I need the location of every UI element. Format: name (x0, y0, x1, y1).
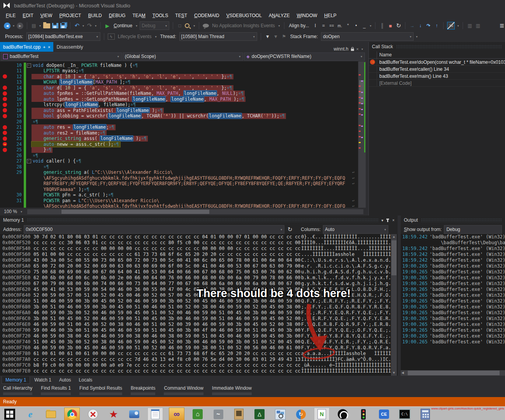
output-title-bar[interactable]: Output (401, 215, 505, 225)
breakpoints-window-icon[interactable]: ▥ (466, 22, 473, 29)
taskbar-icon-obs-studio[interactable] (335, 408, 350, 420)
breakpoint-gutter[interactable]: → (0, 142, 10, 147)
undo-caret-icon[interactable]: ▾ (82, 24, 84, 28)
menu-item-debug[interactable]: DEBUG (105, 12, 129, 19)
taskbar-icon-red-star[interactable]: ★ (106, 408, 121, 420)
memory-hex-bytes[interactable]: 67 00 79 00 68 00 6b 00 74 00 66 00 73 0… (33, 281, 301, 287)
breakpoint-icon[interactable] (3, 108, 7, 112)
code-text[interactable]: auto res = longFileName;¤¶ (32, 124, 116, 130)
memory-hex-bytes[interactable]: 59 00 46 00 3b 00 51 00 45 00 46 00 59 0… (33, 327, 301, 333)
editor-horizontal-scrollbar[interactable] (27, 209, 363, 214)
find-caret-icon[interactable]: ▾ (193, 24, 195, 28)
pin-icon[interactable]: + (43, 45, 46, 49)
code-text[interactable]: \AFSgcyuhihgdASdfghucvbbkmlk.fdvfhkjyxfg… (32, 203, 346, 208)
memory-hex-bytes[interactable]: 61 00 61 00 61 00 61 00 00 00 cc cc cc c… (33, 351, 301, 357)
code-text[interactable]: ¤¶ (32, 119, 39, 125)
code-text[interactable]: lstrcpy(longFileName, fileName);¤¶ (32, 102, 137, 108)
nav-back-caret-icon[interactable]: ▾ (12, 24, 15, 28)
memory-hex-bytes[interactable]: 05 01 00 00 cc cc cc cc cc cc cc cc 61 7… (33, 252, 301, 257)
flag-icon[interactable]: ⚑ (281, 33, 287, 40)
attach-window-icon[interactable]: □ (177, 22, 183, 29)
code-text[interactable]: char d[ 10 ] = { 'a', 's', 's', 'h', 'o'… (32, 85, 233, 91)
memory-title-bar[interactable]: Memory 1 ▾ × (0, 215, 398, 225)
find-tool-icon[interactable] (185, 23, 191, 28)
memory-hex-bytes[interactable]: 3b 00 51 00 45 00 52 00 46 00 59 00 51 0… (33, 316, 301, 322)
lifecycle-caret-icon[interactable]: ▾ (154, 35, 157, 38)
stack-frame-combo[interactable]: doOpen▾ (321, 32, 414, 41)
code-text[interactable]: generic_string asss( longFileName );¤¶ (32, 136, 148, 142)
call-stack-row[interactable]: [External Code] (369, 80, 505, 87)
fold-marker-icon[interactable]: − (26, 158, 32, 164)
redo-icon[interactable]: ↷ (86, 22, 93, 29)
panel-tab-autos[interactable]: Autos (56, 376, 75, 383)
breakpoint-icon[interactable] (3, 91, 7, 96)
align-caret-icon[interactable]: ▾ (369, 24, 372, 28)
memory-hex-bytes[interactable]: 3b 00 51 00 46 00 59 00 3b 00 45 00 51 0… (33, 304, 301, 310)
menu-item-build[interactable]: BUILD (84, 12, 105, 19)
menu-item-help[interactable]: HELP (321, 12, 340, 19)
code-text[interactable]: auto fpnRes = ::GetFullPathName(fileName… (32, 91, 245, 96)
menu-item-edit[interactable]: EDIT (19, 12, 37, 19)
scroll-down-icon[interactable]: ▼ (391, 370, 397, 376)
memory-hex-bytes[interactable]: 65 00 72 00 20 00 52 00 69 00 63 00 63 0… (33, 263, 301, 269)
solution-config-combo[interactable]: Debug▾ (140, 21, 169, 30)
breakpoint-gutter[interactable] (0, 74, 10, 80)
menu-item-vsdebugtool[interactable]: VSDEBUGTOOL (223, 12, 265, 19)
continue-caret-icon[interactable]: ▾ (135, 24, 138, 28)
panel-tab-memory-1[interactable]: Memory 1 (2, 376, 30, 384)
call-stack-title-bar[interactable]: Call Stack (369, 42, 505, 51)
step-out-icon[interactable]: ↑ (433, 22, 440, 29)
memory-hex-bytes[interactable]: cc cc cc cc cc cc cc cc cc cc cc cc 7d 4… (33, 357, 301, 362)
redo-caret-icon[interactable]: ▾ (95, 24, 97, 28)
panel-tab-locals[interactable]: Locals (75, 376, 96, 383)
taskbar-icon-traffic-light[interactable] (356, 408, 371, 420)
code-text[interactable]: auto lpnRes = ::GetLongPathName( longFil… (32, 96, 245, 102)
taskbar-icon-calculator[interactable] (418, 408, 433, 420)
filter-icon[interactable]: ▼ (265, 33, 271, 40)
step-into-icon[interactable]: ↓ (417, 22, 423, 29)
pin-icon[interactable] (387, 219, 388, 222)
tab-disassembly[interactable]: Disassembly (53, 42, 86, 52)
tab-winnt-h[interactable]: winnt.h (334, 46, 349, 52)
scroll-up-icon[interactable]: ▲ (391, 234, 397, 240)
breakpoint-icon[interactable] (3, 136, 7, 141)
breakpoint-icon[interactable] (3, 148, 7, 152)
align-member-icon[interactable]: m. (337, 22, 343, 29)
breakpoint-icon[interactable] (3, 97, 7, 101)
taskbar-icon-notepad-plus-plus[interactable]: N (314, 408, 330, 420)
code-text[interactable]: }¤¶ (32, 147, 53, 153)
menu-item-project[interactable]: PROJECT (56, 12, 84, 19)
memory-hex-bytes[interactable]: cc cc cc cc 30 06 03 01 cc cc cc cc cc c… (33, 240, 301, 246)
taskbar-icon-cheat-engine[interactable]: CE (377, 408, 391, 420)
zoom-dropdown[interactable]: 100 % ▾ (2, 208, 25, 215)
tab-badbuffertest-cpp[interactable]: badBufferTest.cpp + × (0, 42, 53, 52)
process-combo[interactable]: [10984] badBufferTest.exe▾ (26, 32, 100, 41)
memory-vertical-scrollbar[interactable]: ▲ ▼ (391, 234, 397, 376)
panel-tab-watch-1[interactable]: Watch 1 (31, 376, 55, 383)
code-text[interactable]: void caller( ) {¤¶ (32, 158, 82, 164)
code-text[interactable]: auto res2 = fileName;¤¶ (32, 130, 107, 136)
code-text[interactable]: bool globbing = wcsrchr(longFileName, TC… (32, 113, 286, 119)
close-icon[interactable]: × (48, 45, 50, 49)
breakpoint-icon[interactable] (3, 125, 7, 130)
call-stack-row[interactable]: →badBufferTest.exe!doOpen(const wchar_t … (369, 59, 505, 66)
address-input[interactable]: 0x00C0F500 ▾ (24, 225, 284, 234)
code-text[interactable]: Y8QRVFaaaaa" );¤¶ (32, 187, 90, 192)
breakpoint-gutter[interactable] (0, 96, 10, 102)
undo-icon[interactable]: ↶ (74, 22, 80, 29)
window-position-caret[interactable]: ▾ (381, 218, 383, 222)
open-file-icon[interactable] (43, 23, 50, 28)
menu-item-codemaid[interactable]: CODEMAID (191, 12, 223, 19)
memory-hex-bytes[interactable]: b8 f9 c0 00 00 00 00 00 00 a0 e9 7e cc c… (33, 362, 301, 368)
breakpoint-gutter[interactable] (0, 113, 10, 119)
fold-marker-icon[interactable]: − (26, 63, 32, 68)
breakpoint-gutter[interactable] (0, 91, 10, 96)
code-text[interactable]: LPTSTR myass;¤¶ (32, 68, 85, 74)
taskbar-icon-internet-explorer[interactable]: e (23, 408, 38, 420)
memory-hex-bytes[interactable]: 51 00 45 00 3b 00 52 00 38 00 46 00 59 0… (33, 339, 301, 345)
code-editor[interactable]: 10−void doOpen( _In_ PCWSTR fileName ) {… (0, 61, 366, 208)
breakpoint-icon[interactable] (3, 74, 7, 79)
nav-forward-icon[interactable]: ▶ (17, 23, 23, 29)
code-text[interactable]: ¤¶ (32, 153, 39, 159)
vertical-splitter[interactable] (366, 42, 368, 215)
